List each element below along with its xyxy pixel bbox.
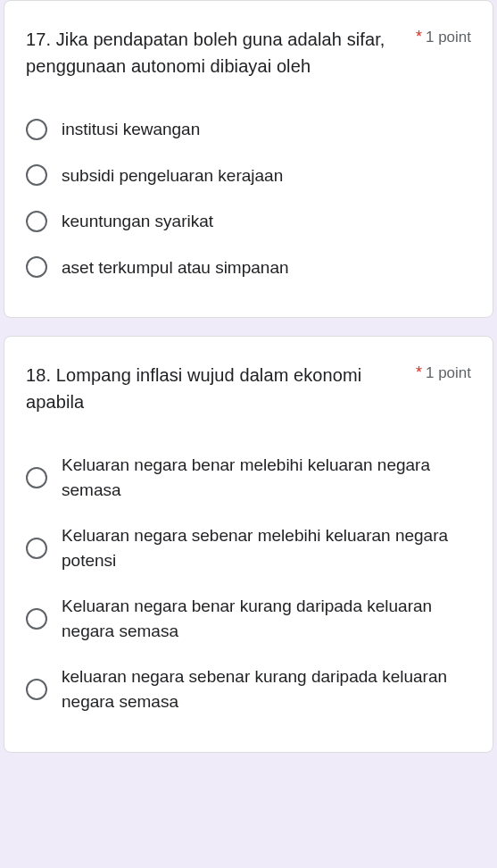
option-keluaran-benar-melebihi[interactable]: Keluaran negara benar melebihi keluaran … [26, 442, 471, 513]
option-keluaran-sebenar-kurang[interactable]: keluaran negara sebenar kurang daripada … [26, 654, 471, 724]
radio-icon [26, 211, 47, 232]
question-title: 18. Lompang inflasi wujud dalam ekonomi … [26, 362, 405, 415]
option-keluaran-sebenar-melebihi[interactable]: Keluaran negara sebenar melebihi keluara… [26, 513, 471, 583]
option-label: Keluaran negara benar melebihi keluaran … [62, 453, 471, 502]
radio-icon [26, 679, 47, 700]
radio-icon [26, 467, 47, 488]
question-card-18: 18. Lompang inflasi wujud dalam ekonomi … [4, 336, 493, 752]
option-label: subsidi pengeluaran kerajaan [62, 163, 283, 188]
question-meta: * 1 point [416, 362, 471, 382]
required-asterisk: * [416, 28, 422, 46]
option-label: Keluaran negara sebenar melebihi keluara… [62, 523, 471, 572]
radio-icon [26, 164, 47, 186]
question-title: 17. Jika pendapatan boleh guna adalah si… [26, 26, 405, 79]
question-meta: * 1 point [416, 26, 471, 46]
options-group: Keluaran negara benar melebihi keluaran … [26, 442, 471, 724]
question-card-17: 17. Jika pendapatan boleh guna adalah si… [4, 0, 493, 318]
option-subsidi-pengeluaran-kerajaan[interactable]: subsidi pengeluaran kerajaan [26, 153, 471, 199]
option-label: aset terkumpul atau simpanan [62, 255, 289, 280]
option-aset-terkumpul[interactable]: aset terkumpul atau simpanan [26, 245, 471, 291]
question-header: 18. Lompang inflasi wujud dalam ekonomi … [26, 362, 471, 415]
option-label: Keluaran negara benar kurang daripada ke… [62, 594, 471, 643]
option-institusi-kewangan[interactable]: institusi kewangan [26, 106, 471, 153]
option-label: keuntungan syarikat [62, 209, 213, 234]
option-keluaran-benar-kurang[interactable]: Keluaran negara benar kurang daripada ke… [26, 583, 471, 654]
radio-icon [26, 256, 47, 278]
option-label: institusi kewangan [62, 117, 200, 142]
radio-icon [26, 119, 47, 140]
option-label: keluaran negara sebenar kurang daripada … [62, 664, 471, 714]
required-asterisk: * [416, 363, 422, 382]
options-group: institusi kewangan subsidi pengeluaran k… [26, 106, 471, 290]
option-keuntungan-syarikat[interactable]: keuntungan syarikat [26, 198, 471, 245]
points-label: 1 point [426, 29, 471, 46]
radio-icon [26, 608, 47, 630]
question-header: 17. Jika pendapatan boleh guna adalah si… [26, 26, 471, 79]
points-label: 1 point [426, 364, 471, 382]
radio-icon [26, 538, 47, 559]
